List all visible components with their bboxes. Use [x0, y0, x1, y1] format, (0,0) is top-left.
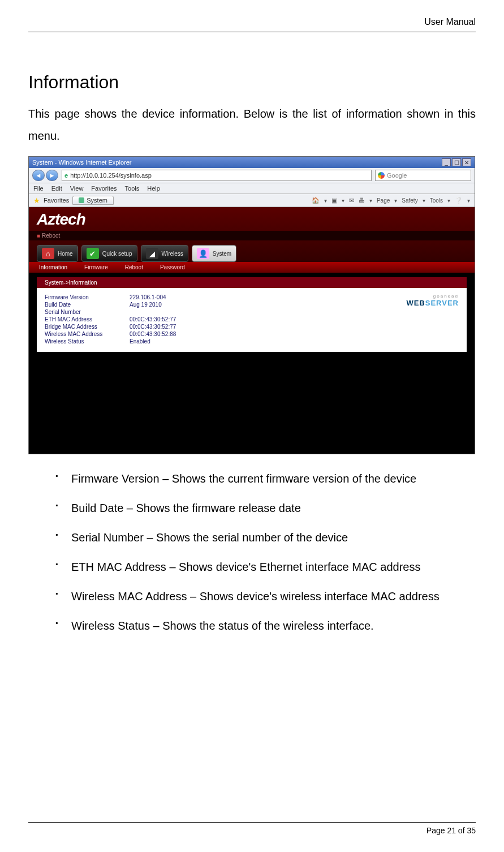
info-label: Wireless Status — [45, 338, 130, 345]
home-icon[interactable]: 🏠 — [312, 197, 320, 204]
info-value: 00:0C:43:30:52:77 — [130, 316, 176, 322]
info-label: Build Date — [45, 302, 130, 308]
webserver-server: SERVER — [425, 299, 459, 307]
subnav-firmware[interactable]: Firmware — [84, 264, 108, 270]
tab-label: System — [87, 197, 107, 204]
ie-address-bar: ◄ ► e http://10.0.10.254/sysinfo.asp Goo… — [29, 168, 475, 183]
info-row: Build DateAug 19 2010 — [45, 301, 368, 308]
page-header: User Manual — [28, 0, 476, 32]
search-placeholder: Google — [387, 172, 407, 179]
url-text: http://10.0.10.254/sysinfo.asp — [70, 172, 152, 179]
page-footer: Page 21 of 35 — [28, 822, 476, 838]
nav-quicksetup-label: Quick setup — [102, 251, 132, 257]
info-panel: Firmware Version229.106.1-004 Build Date… — [37, 288, 467, 352]
ie-favorites-bar: ★ Favorites System 🏠▾ ▣ ▾ ✉ 🖶▾ Page▾ Saf… — [29, 194, 475, 207]
tab-favicon-icon — [79, 197, 84, 203]
menu-edit[interactable]: Edit — [51, 185, 62, 192]
info-row: ETH MAC Address00:0C:43:30:52:77 — [45, 316, 368, 323]
webserver-web: WEB — [406, 299, 425, 307]
url-input[interactable]: e http://10.0.10.254/sysinfo.asp — [62, 170, 372, 181]
nav-quicksetup[interactable]: ✔Quick setup — [81, 245, 137, 262]
info-label: ETH MAC Address — [45, 316, 130, 322]
subnav-information[interactable]: Information — [39, 264, 67, 270]
reboot-icon: ■ — [37, 233, 40, 239]
quicksetup-nav-icon: ✔ — [87, 248, 99, 259]
favorites-label[interactable]: Favorites — [44, 197, 69, 204]
list-item: Firmware Version – Shows the current fir… — [55, 470, 476, 487]
google-icon — [378, 172, 385, 179]
info-value: 00:0C:43:30:52:88 — [130, 331, 176, 337]
info-value: Enabled — [130, 338, 150, 345]
list-item: Serial Number – Shows the serial number … — [55, 529, 476, 546]
ie-window-title: System - Windows Internet Explorer — [32, 159, 131, 166]
menu-tools2[interactable]: Tools — [430, 197, 443, 204]
maximize-button[interactable]: ☐ — [452, 158, 461, 166]
info-value: 229.106.1-004 — [130, 294, 166, 300]
menu-view[interactable]: View — [70, 185, 84, 192]
app-background — [29, 352, 475, 454]
screenshot-figure: System - Windows Internet Explorer _ ☐ ✕… — [28, 156, 475, 454]
list-item: ETH MAC Address – Shows device's Etherne… — [55, 558, 476, 575]
browser-tab[interactable]: System — [72, 196, 114, 205]
breadcrumb: System->Information — [37, 277, 467, 288]
close-button[interactable]: ✕ — [462, 158, 471, 166]
nav-system-label: System — [213, 251, 231, 257]
search-input[interactable]: Google — [375, 170, 471, 181]
info-value: Aug 19 2010 — [130, 302, 162, 308]
info-table: Firmware Version229.106.1-004 Build Date… — [45, 294, 368, 345]
menu-file[interactable]: File — [33, 185, 44, 192]
info-label: Bridge MAC Address — [45, 324, 130, 330]
menu-safety[interactable]: Safety — [402, 197, 417, 204]
wireless-nav-icon: ◢ — [146, 248, 158, 259]
nav-home-label: Home — [58, 251, 73, 257]
mail-icon[interactable]: ✉ — [349, 197, 354, 204]
sub-nav: Information Firmware Reboot Password — [29, 262, 475, 273]
info-label: Wireless MAC Address — [45, 331, 130, 337]
bullet-list: Firmware Version – Shows the current fir… — [28, 470, 476, 634]
info-row: Bridge MAC Address00:0C:43:30:52:77 — [45, 323, 368, 330]
reboot-link[interactable]: Reboot — [42, 233, 60, 239]
main-nav: ⌂Home ✔Quick setup ◢Wireless 👤System — [29, 240, 475, 262]
nav-system[interactable]: 👤System — [192, 245, 236, 262]
system-nav-icon: 👤 — [197, 248, 209, 259]
nav-wireless[interactable]: ◢Wireless — [141, 245, 188, 262]
info-label: Serial Number — [45, 309, 130, 315]
home-nav-icon: ⌂ — [42, 248, 54, 259]
info-label: Firmware Version — [45, 294, 130, 300]
ie-menubar: File Edit View Favorites Tools Help — [29, 183, 475, 194]
list-item: Wireless Status – Shows the status of th… — [55, 617, 476, 634]
subnav-password[interactable]: Password — [160, 264, 185, 270]
ie-titlebar: System - Windows Internet Explorer _ ☐ ✕ — [29, 157, 475, 168]
info-row: Firmware Version229.106.1-004 — [45, 294, 368, 301]
webserver-logo: goahead WEBSERVER — [368, 294, 459, 345]
print-icon[interactable]: 🖶 — [359, 197, 365, 204]
minimize-button[interactable]: _ — [442, 158, 451, 166]
info-value: 00:0C:43:30:52:77 — [130, 324, 176, 330]
section-heading: Information — [28, 72, 476, 93]
info-row: Wireless MAC Address00:0C:43:30:52:88 — [45, 330, 368, 338]
webserver-top: goahead — [368, 294, 459, 299]
nav-wireless-label: Wireless — [162, 251, 183, 257]
forward-button[interactable]: ► — [46, 170, 58, 181]
list-item: Wireless MAC Address – Shows device's wi… — [55, 588, 476, 605]
ie-logo-icon: e — [62, 172, 70, 179]
brand-logo: Aztech — [29, 207, 475, 231]
info-row: Wireless StatusEnabled — [45, 338, 368, 345]
info-row: Serial Number — [45, 308, 368, 316]
reboot-bar: ■Reboot — [29, 231, 475, 240]
back-button[interactable]: ◄ — [32, 170, 45, 181]
nav-home[interactable]: ⌂Home — [37, 245, 78, 262]
menu-page[interactable]: Page — [377, 197, 390, 204]
menu-tools[interactable]: Tools — [125, 185, 140, 192]
section-intro: This page shows the device information. … — [28, 103, 476, 147]
router-app: Aztech ■Reboot ⌂Home ✔Quick setup ◢Wirel… — [29, 207, 475, 454]
star-icon[interactable]: ★ — [33, 196, 40, 205]
list-item: Build Date – Shows the firmware release … — [55, 500, 476, 517]
help-icon[interactable]: ❔ — [455, 197, 463, 204]
menu-favorites[interactable]: Favorites — [91, 185, 117, 192]
menu-help[interactable]: Help — [147, 185, 160, 192]
feeds-icon[interactable]: ▣ — [331, 197, 337, 204]
subnav-reboot[interactable]: Reboot — [125, 264, 143, 270]
